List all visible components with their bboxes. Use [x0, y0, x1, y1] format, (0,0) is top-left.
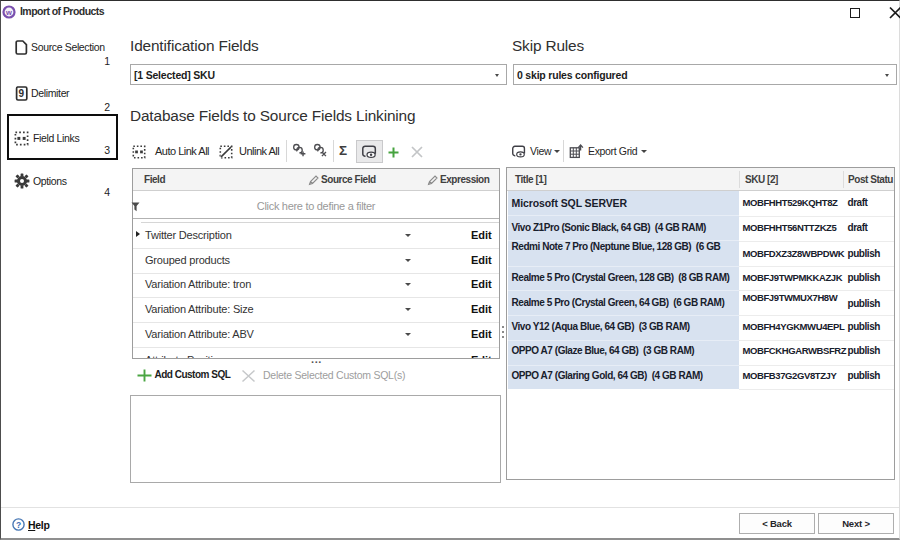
svg-text:9: 9 [19, 88, 25, 99]
svg-text:w: w [5, 8, 12, 17]
svg-text:?: ? [16, 520, 21, 530]
